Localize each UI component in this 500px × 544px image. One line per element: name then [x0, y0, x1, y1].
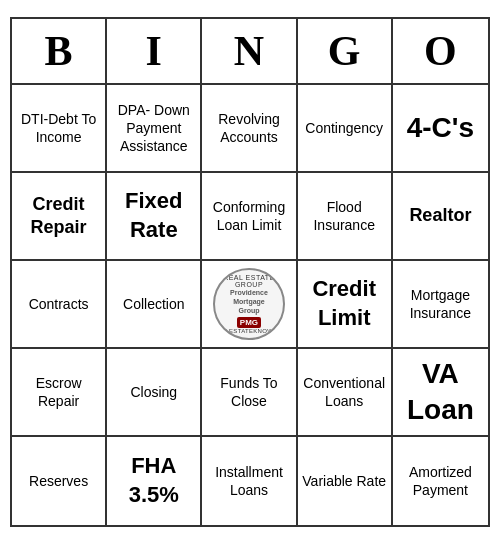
cell-r2c3: Conforming Loan Limit	[202, 173, 297, 261]
cell-r4c5: VA Loan	[393, 349, 488, 437]
header-letter-o: O	[393, 19, 488, 83]
cell-text-r5c1: Reserves	[29, 472, 88, 490]
cell-text-r3c1: Contracts	[29, 295, 89, 313]
cell-text-r1c4: Contingency	[305, 119, 383, 137]
cell-r3c2: Collection	[107, 261, 202, 349]
cell-r5c5: Amortized Payment	[393, 437, 488, 525]
logo-badge: PMG	[237, 317, 261, 328]
cell-r1c2: DPA- Down Payment Assistance	[107, 85, 202, 173]
cell-r2c5: Realtor	[393, 173, 488, 261]
cell-r1c1: DTI-Debt To Income	[12, 85, 107, 173]
cell-r3c3: REAL ESTATE GROUPProvidence Mortgage Gro…	[202, 261, 297, 349]
cell-text-r1c5: 4-C's	[407, 110, 474, 146]
cell-text-r4c3: Funds To Close	[206, 374, 291, 410]
cell-r1c4: Contingency	[298, 85, 393, 173]
cell-text-r5c3: Installment Loans	[206, 463, 291, 499]
cell-text-r4c5: VA Loan	[397, 356, 484, 429]
header-letter-b: B	[12, 19, 107, 83]
cell-text-r4c2: Closing	[130, 383, 177, 401]
cell-text-r1c2: DPA- Down Payment Assistance	[111, 101, 196, 156]
cell-text-r2c3: Conforming Loan Limit	[206, 198, 291, 234]
logo-name: Providence Mortgage Group	[230, 288, 268, 315]
header-letter-g: G	[298, 19, 393, 83]
cell-text-r2c5: Realtor	[409, 204, 471, 227]
cell-r4c3: Funds To Close	[202, 349, 297, 437]
cell-r5c3: Installment Loans	[202, 437, 297, 525]
cell-r4c1: Escrow Repair	[12, 349, 107, 437]
cell-text-r2c2: Fixed Rate	[111, 187, 196, 244]
cell-text-r1c1: DTI-Debt To Income	[16, 110, 101, 146]
cell-r4c4: Conventional Loans	[298, 349, 393, 437]
cell-r1c3: Revolving Accounts	[202, 85, 297, 173]
cell-r4c2: Closing	[107, 349, 202, 437]
cell-text-r3c5: Mortgage Insurance	[397, 286, 484, 322]
cell-text-r3c4: Credit Limit	[302, 275, 387, 332]
cell-r2c4: Flood Insurance	[298, 173, 393, 261]
header-letter-i: I	[107, 19, 202, 83]
logo-arc-bottom: KITCHREALESTATEKNOWHOW.COM	[213, 328, 285, 334]
cell-r3c4: Credit Limit	[298, 261, 393, 349]
cell-r5c1: Reserves	[12, 437, 107, 525]
free-space-logo: REAL ESTATE GROUPProvidence Mortgage Gro…	[213, 268, 285, 340]
cell-text-r4c1: Escrow Repair	[16, 374, 101, 410]
cell-text-r1c3: Revolving Accounts	[206, 110, 291, 146]
cell-text-r5c4: Variable Rate	[302, 472, 386, 490]
bingo-card: BINGO DTI-Debt To IncomeDPA- Down Paymen…	[10, 17, 490, 527]
header-letter-n: N	[202, 19, 297, 83]
cell-text-r2c4: Flood Insurance	[302, 198, 387, 234]
cell-text-r3c2: Collection	[123, 295, 184, 313]
cell-r1c5: 4-C's	[393, 85, 488, 173]
cell-r3c5: Mortgage Insurance	[393, 261, 488, 349]
cell-r5c2: FHA 3.5%	[107, 437, 202, 525]
cell-r2c2: Fixed Rate	[107, 173, 202, 261]
cell-r3c1: Contracts	[12, 261, 107, 349]
cell-text-r4c4: Conventional Loans	[302, 374, 387, 410]
logo-arc-top: REAL ESTATE GROUP	[215, 274, 283, 288]
bingo-grid: DTI-Debt To IncomeDPA- Down Payment Assi…	[12, 85, 488, 525]
cell-text-r2c1: Credit Repair	[16, 193, 101, 240]
cell-r5c4: Variable Rate	[298, 437, 393, 525]
cell-r2c1: Credit Repair	[12, 173, 107, 261]
cell-text-r5c2: FHA 3.5%	[111, 452, 196, 509]
cell-text-r5c5: Amortized Payment	[397, 463, 484, 499]
bingo-header: BINGO	[12, 19, 488, 85]
